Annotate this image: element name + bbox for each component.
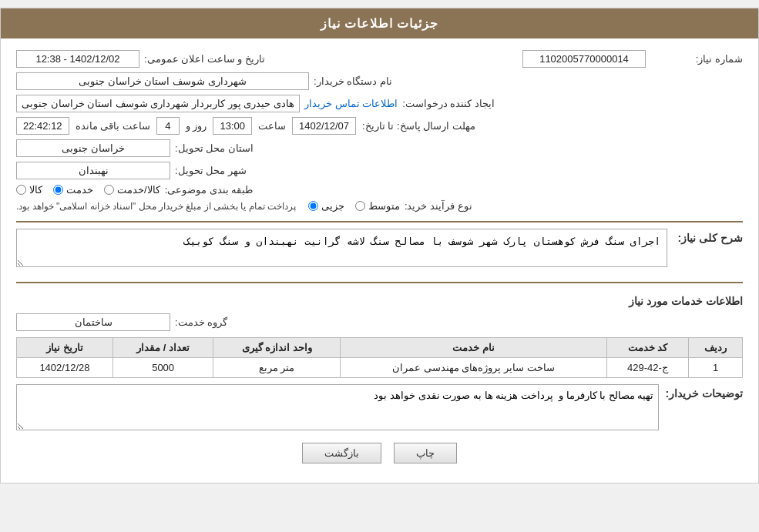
category-label: طبقه بندی موضوعی: <box>165 184 254 196</box>
city-label: شهر محل تحویل: <box>175 165 247 176</box>
city-value: نهبندان <box>16 162 170 179</box>
province-label: استان محل تحویل: <box>175 142 254 154</box>
contact-info-link[interactable]: اطلاعات تماس خریدار <box>304 98 398 109</box>
service-group-label: گروه خدمت: <box>175 316 227 328</box>
deadline-days: 4 <box>156 117 180 135</box>
category-service-item: خدمت <box>53 184 93 196</box>
purchase-medium-item: متوسط <box>355 200 400 212</box>
table-row: 1ج-42-429ساخت سایر پروژه‌های مهندسی عمرا… <box>17 358 743 378</box>
need-number-label: شماره نیاز: <box>650 53 743 65</box>
buyer-notes-label: توضیحات خریدار: <box>665 384 743 400</box>
purchase-note: پرداخت تمام یا بخشی از مبلغ خریدار محل "… <box>16 201 296 212</box>
table-cell-name: ساخت سایر پروژه‌های مهندسی عمران <box>340 358 606 378</box>
table-cell-quantity: 5000 <box>113 358 213 378</box>
table-cell-unit: متر مربع <box>213 358 341 378</box>
buyer-org-label: نام دستگاه خریدار: <box>314 75 392 87</box>
row-deadline: مهلت ارسال پاسخ: تا تاریخ: 1402/12/07 سا… <box>16 117 743 135</box>
deadline-date: 1402/12/07 <box>292 117 356 135</box>
category-goods-radio[interactable] <box>16 185 26 195</box>
page-header: جزئیات اطلاعات نیاز <box>1 8 758 38</box>
purchase-medium-radio[interactable] <box>355 201 365 211</box>
row-purchase-type: نوع فرآیند خرید: جزیی متوسط پرداخت تمام … <box>16 200 743 212</box>
row-need-description: شرح کلی نیاز: اجرای سنگ فرش کوهستان پارک… <box>16 229 743 273</box>
announcement-value: 1402/12/02 - 12:38 <box>16 50 139 68</box>
row-creator: ایجاد کننده درخواست: اطلاعات تماس خریدار… <box>16 95 743 112</box>
service-group-value: ساختمان <box>16 313 170 331</box>
province-value: خراسان جنوبی <box>16 139 170 157</box>
page-title: جزئیات اطلاعات نیاز <box>321 17 439 30</box>
creator-label: ایجاد کننده درخواست: <box>402 98 495 109</box>
category-service-radio[interactable] <box>53 185 63 195</box>
row-category: طبقه بندی موضوعی: کالا خدمت کالا/خدمت <box>16 184 743 196</box>
col-name-header: نام خدمت <box>340 338 606 358</box>
row-city: شهر محل تحویل: نهبندان <box>16 162 743 179</box>
col-quantity-header: تعداد / مقدار <box>113 338 213 358</box>
category-goods-service-label: کالا/خدمت <box>117 184 160 196</box>
services-table: ردیف کد خدمت نام خدمت واحد اندازه گیری ت… <box>16 337 743 378</box>
deadline-days-label: روز و <box>186 120 207 132</box>
table-cell-date: 1402/12/28 <box>17 358 113 378</box>
category-goods-service-item: کالا/خدمت <box>104 184 160 196</box>
buyer-org-value: شهرداری شوسف استان خراسان جنوبی <box>16 72 309 90</box>
need-description-label: شرح کلی نیاز: <box>673 229 743 244</box>
row-buyer-notes: توضیحات خریدار: تهیه مصالح با کارفرما و … <box>16 384 743 430</box>
divider-services <box>16 282 743 283</box>
creator-value: هادی حیدری پور کاربردار شهرداری شوسف است… <box>16 95 300 112</box>
buyer-notes-wrapper: تهیه مصالح با کارفرما و پرداخت هزینه ها … <box>16 384 659 430</box>
purchase-partial-item: جزیی <box>308 200 344 212</box>
print-button[interactable]: چاپ <box>394 443 457 463</box>
content-area: شماره نیاز: 1102005770000014 تاریخ و ساع… <box>1 38 758 483</box>
services-section-title: اطلاعات خدمات مورد نیاز <box>16 295 743 307</box>
row-buyer-org: نام دستگاه خریدار: شهرداری شوسف استان خر… <box>16 72 743 90</box>
category-service-label: خدمت <box>66 184 93 196</box>
purchase-type-label: نوع فرآیند خرید: <box>405 200 472 212</box>
deadline-remaining: 22:42:12 <box>16 117 69 135</box>
deadline-time-label: ساعت <box>258 120 286 132</box>
col-date-header: تاریخ نیاز <box>17 338 113 358</box>
button-row: چاپ بازگشت <box>16 443 743 463</box>
need-description-textarea[interactable]: اجرای سنگ فرش کوهستان پارک شهر شوسف با م… <box>16 229 667 267</box>
row-need-number: شماره نیاز: 1102005770000014 تاریخ و ساع… <box>16 50 743 68</box>
deadline-remaining-label: ساعت باقی مانده <box>76 120 150 132</box>
deadline-label: مهلت ارسال پاسخ: تا تاریخ: <box>362 120 475 132</box>
divider-need-description <box>16 221 743 223</box>
purchase-partial-label: جزیی <box>321 200 344 212</box>
category-goods-service-radio[interactable] <box>104 185 114 195</box>
row-service-group: گروه خدمت: ساختمان <box>16 313 743 331</box>
category-goods-label: کالا <box>29 184 42 196</box>
need-description-wrapper: اجرای سنگ فرش کوهستان پارک شهر شوسف با م… <box>16 229 667 273</box>
table-cell-row: 1 <box>689 358 743 378</box>
buyer-notes-textarea[interactable]: تهیه مصالح با کارفرما و پرداخت هزینه ها … <box>16 384 659 430</box>
purchase-medium-label: متوسط <box>368 200 400 212</box>
back-button[interactable]: بازگشت <box>302 443 381 463</box>
col-unit-header: واحد اندازه گیری <box>213 338 341 358</box>
col-row-header: ردیف <box>689 338 743 358</box>
table-cell-code: ج-42-429 <box>606 358 688 378</box>
table-header-row: ردیف کد خدمت نام خدمت واحد اندازه گیری ت… <box>17 338 743 358</box>
row-province: استان محل تحویل: خراسان جنوبی <box>16 139 743 157</box>
need-number-value: 1102005770000014 <box>522 50 646 68</box>
col-code-header: کد خدمت <box>606 338 688 358</box>
category-goods-item: کالا <box>16 184 42 196</box>
purchase-partial-radio[interactable] <box>308 201 318 211</box>
announcement-label: تاریخ و ساعت اعلان عمومی: <box>144 53 265 65</box>
deadline-time: 13:00 <box>213 117 252 135</box>
page-container: جزئیات اطلاعات نیاز شماره نیاز: 11020057… <box>0 8 759 483</box>
